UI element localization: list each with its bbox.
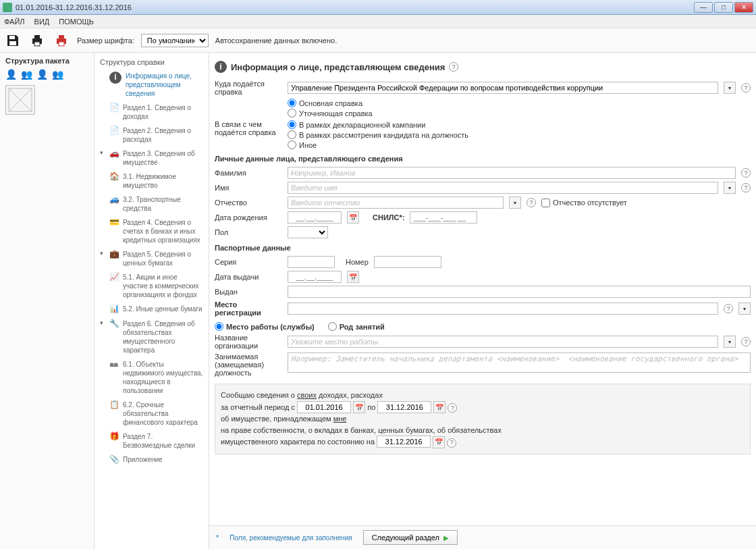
series-label: Серия xyxy=(215,258,282,266)
registration-input[interactable] xyxy=(288,303,718,315)
help-icon[interactable]: ? xyxy=(448,403,457,413)
chevron-down-icon[interactable]: ▾ xyxy=(100,149,105,157)
dropdown-icon[interactable]: ▾ xyxy=(724,82,736,94)
calendar-icon[interactable]: 📅 xyxy=(433,436,445,448)
menu-file[interactable]: ФАЙЛ xyxy=(4,18,25,26)
calendar-icon[interactable]: 📅 xyxy=(347,211,359,224)
footer: * Поля, рекомендуемые для заполнения Сле… xyxy=(209,525,756,549)
nav-item-appendix[interactable]: 📎Приложение xyxy=(94,452,209,467)
help-icon[interactable]: ? xyxy=(724,304,733,313)
issued-by-input[interactable] xyxy=(288,286,751,298)
nav-item-info[interactable]: iИнформация о лице, представляющем сведе… xyxy=(94,69,209,101)
card-icon: 💳 xyxy=(109,218,119,228)
calendar-icon[interactable]: 📅 xyxy=(433,401,446,413)
radio-other[interactable]: Иное xyxy=(288,140,468,149)
birthdate-input[interactable] xyxy=(288,211,342,224)
maximize-button[interactable]: □ xyxy=(714,2,733,13)
series-input[interactable] xyxy=(288,256,335,268)
person-icon-2[interactable]: 👥 xyxy=(21,69,32,80)
close-button[interactable]: ✕ xyxy=(734,2,753,13)
date-state-input[interactable] xyxy=(377,436,431,448)
nav-item-3-2[interactable]: 🚙3.2. Транспортные средства xyxy=(94,192,209,215)
photo-placeholder[interactable] xyxy=(5,85,35,115)
radio-campaign[interactable]: В рамках декларационной кампании xyxy=(288,120,468,129)
nav-item-6-1[interactable]: 🏘6.1. Объекты недвижимого имущества, нах… xyxy=(94,357,209,398)
nav-item-section2[interactable]: 📄Раздел 2. Сведения о расходах xyxy=(94,124,209,147)
minimize-button[interactable]: — xyxy=(694,2,713,13)
calendar-icon[interactable]: 📅 xyxy=(353,401,365,413)
person-icon-4[interactable]: 👥 xyxy=(52,69,63,80)
next-button[interactable]: Следующий раздел▶ xyxy=(363,530,458,545)
snils-input[interactable] xyxy=(410,211,477,224)
person-icon-3[interactable]: 👤 xyxy=(36,69,48,80)
lastname-label: Фамилия xyxy=(215,169,282,177)
chart-icon: 📊 xyxy=(109,305,119,314)
dropdown-icon[interactable]: ▾ xyxy=(509,197,521,209)
radio-main[interactable]: Основная справка xyxy=(288,99,373,107)
car-icon: 🚗 xyxy=(109,149,119,159)
info-icon: i xyxy=(215,61,227,73)
doc-icon: 📄 xyxy=(109,103,119,113)
nav-item-section5[interactable]: ▾💼Раздел 5. Сведения о ценных бумагах xyxy=(94,247,209,270)
nav-item-6-2[interactable]: 📋6.2. Срочные обязательства финансового … xyxy=(94,398,209,429)
font-size-select[interactable]: По умолчанию xyxy=(141,34,209,47)
nav-item-section1[interactable]: 📄Раздел 1. Сведения о доходах xyxy=(94,101,209,124)
nav-item-5-2[interactable]: 📊5.2. Иные ценные бумаги xyxy=(94,302,209,317)
footer-hint: Поля, рекомендуемые для заполнения xyxy=(230,534,352,542)
dropdown-icon[interactable]: ▾ xyxy=(724,336,736,348)
passport-header: Паспортные данные xyxy=(215,240,751,255)
calendar-icon[interactable]: 📅 xyxy=(347,271,359,283)
chart-icon: 📈 xyxy=(109,273,119,282)
help-icon[interactable]: ? xyxy=(741,83,751,93)
svg-rect-7 xyxy=(59,42,64,46)
gender-label: Пол xyxy=(215,228,282,236)
help-icon[interactable]: ? xyxy=(741,183,751,192)
middlename-input[interactable] xyxy=(288,197,504,209)
middlename-label: Отчество xyxy=(215,199,282,207)
snils-label: СНИЛС*: xyxy=(373,213,404,221)
person-icon-1[interactable]: 👤 xyxy=(5,69,17,80)
position-input[interactable] xyxy=(288,352,751,373)
menu-view[interactable]: ВИД xyxy=(34,18,50,26)
menu-help[interactable]: ПОМОЩЬ xyxy=(59,18,94,26)
svg-rect-6 xyxy=(59,35,64,38)
nav-item-3-1[interactable]: 🏠3.1. Недвижимое имущество xyxy=(94,169,209,192)
nav-item-section4[interactable]: 💳Раздел 4. Сведения о счетах в банках и … xyxy=(94,215,209,247)
lastname-input[interactable] xyxy=(288,167,736,179)
org-input[interactable] xyxy=(288,336,718,348)
toolbar: Размер шрифта: По умолчанию Автосохранен… xyxy=(0,28,756,53)
print-color-icon[interactable] xyxy=(53,32,70,49)
date-from-input[interactable] xyxy=(297,401,351,413)
help-icon[interactable]: ? xyxy=(741,168,751,178)
print-icon[interactable] xyxy=(28,32,46,49)
people-icons: 👤 👥 👤 👥 xyxy=(3,66,91,82)
number-input[interactable] xyxy=(374,256,441,268)
gender-select[interactable] xyxy=(288,226,328,238)
help-icon[interactable]: ? xyxy=(526,198,536,207)
help-icon[interactable]: ? xyxy=(741,337,751,346)
autosave-status: Автосохранение данных включено. xyxy=(215,36,337,45)
issue-date-input[interactable] xyxy=(288,271,342,283)
firstname-input[interactable] xyxy=(288,182,718,194)
where-input[interactable] xyxy=(288,82,718,94)
main-form: i Информация о лице, представляющем свед… xyxy=(209,53,756,549)
nav-item-5-1[interactable]: 📈5.1. Акции и иное участие в коммерчески… xyxy=(94,270,209,302)
help-icon[interactable]: ? xyxy=(449,62,458,72)
radio-occupation[interactable]: Род занятий xyxy=(328,322,385,331)
chevron-down-icon[interactable]: ▾ xyxy=(100,319,105,328)
save-icon[interactable] xyxy=(4,32,22,49)
nav-item-section6[interactable]: ▾🔧Раздел 6. Сведения об обязательствах и… xyxy=(94,317,209,357)
radio-upd[interactable]: Уточняющая справка xyxy=(288,109,373,117)
help-icon[interactable]: ? xyxy=(447,438,456,448)
no-middlename-checkbox[interactable]: Отчество отсутствует xyxy=(541,199,627,207)
dropdown-icon[interactable]: ▾ xyxy=(724,182,736,194)
nav-item-section7[interactable]: 🎁Раздел 7. Безвозмездные сделки xyxy=(94,429,209,452)
car-icon: 🚙 xyxy=(109,195,119,205)
date-to-input[interactable] xyxy=(377,401,431,413)
expand-icon[interactable]: ▾ xyxy=(738,303,751,315)
issued-by-label: Выдан xyxy=(215,288,282,296)
nav-item-section3[interactable]: ▾🚗Раздел 3. Сведения об имуществе xyxy=(94,147,209,169)
radio-candidate[interactable]: В рамках рассмотрения кандидата на должн… xyxy=(288,130,468,139)
chevron-down-icon[interactable]: ▾ xyxy=(100,250,105,258)
radio-work[interactable]: Место работы (службы) xyxy=(215,322,315,331)
